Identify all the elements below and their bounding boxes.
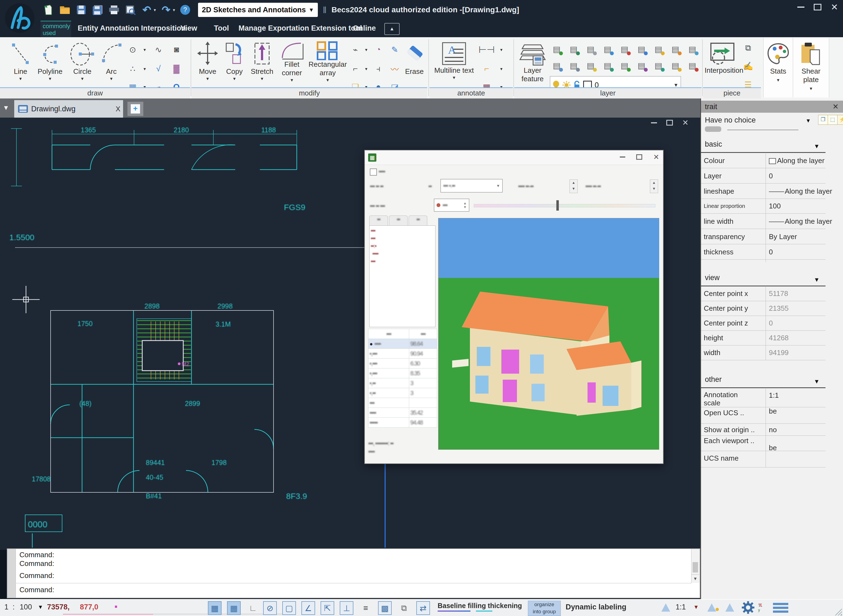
layer-restore-icon[interactable]: ▤: [618, 59, 631, 72]
stretch-tool[interactable]: Stretch▼: [248, 41, 276, 81]
section-basic[interactable]: basic: [705, 140, 722, 148]
scrollbar-thumb[interactable]: [693, 562, 698, 572]
polar-tracking-icon[interactable]: ⊘: [263, 601, 277, 615]
scale-dropdown-icon[interactable]: ▼: [38, 604, 43, 610]
circle-tool[interactable]: Circle▼: [67, 41, 97, 81]
properties-close-icon[interactable]: ✕: [832, 101, 839, 113]
undo-dropdown-icon[interactable]: ▾: [154, 7, 156, 13]
snap-mode-icon[interactable]: ▦: [227, 601, 241, 615]
window-close-button[interactable]: ✕: [831, 4, 838, 10]
menu-tab-manage[interactable]: Manage Exportation Extension tool: [239, 24, 362, 32]
command-prompt[interactable]: Command:: [19, 586, 54, 594]
prop-value-colour[interactable]: Along the layer: [769, 157, 824, 165]
stats-dropdown-icon[interactable]: ▼: [764, 78, 793, 82]
properties-panel-header[interactable]: trait ✕: [701, 101, 843, 113]
layer-group-label[interactable]: layer: [514, 87, 702, 98]
layer-settings-icon[interactable]: ▤: [685, 42, 699, 56]
section-other[interactable]: other: [705, 375, 722, 384]
dialog-tab-2[interactable]: ▪▪: [389, 216, 408, 226]
scale-denominator[interactable]: 100: [20, 603, 32, 612]
open-folder-icon[interactable]: [59, 4, 71, 16]
lineweight-display-icon[interactable]: ≡: [359, 601, 372, 615]
spline-fit-icon[interactable]: √: [152, 62, 165, 75]
list-item[interactable]: ▪▪▪: [369, 257, 435, 264]
layer-lock-icon[interactable]: ▤: [618, 42, 631, 56]
organize-into-group-button[interactable]: organizeinto group: [528, 601, 561, 616]
menu-tab-commonly-used[interactable]: commonly used: [41, 21, 71, 37]
dialog-minimize-button[interactable]: [620, 157, 625, 158]
time-slider-track[interactable]: [474, 204, 655, 207]
layer-swap-icon[interactable]: ▤: [651, 59, 665, 72]
undo-icon[interactable]: ↶: [141, 4, 153, 16]
prop-value-lineshape[interactable]: Along the layer: [769, 187, 832, 196]
print-icon[interactable]: [108, 4, 120, 16]
fillet-corner-tool[interactable]: Fillet corner▼: [277, 41, 307, 82]
dialog-result-table[interactable]: ▪▪▪▪▪▪ ● ▪▪▪▪98.64 ▪,▪▪▪90.94 ▪,▪▪▪6.30 …: [368, 329, 437, 428]
settings-gear-icon[interactable]: [742, 601, 754, 616]
array-dropdown-icon[interactable]: ▼: [309, 78, 347, 82]
list-item[interactable]: ▪▪▪▪: [369, 249, 435, 257]
annotate-group-label[interactable]: annotate: [430, 87, 513, 98]
end-time-spinner[interactable]: ▲▼: [650, 179, 658, 193]
prop-value[interactable]: be: [769, 407, 777, 415]
menu-tab-view[interactable]: View: [180, 24, 197, 32]
shear-plate-tool[interactable]: Shear plate ▼: [793, 38, 829, 97]
prop-value[interactable]: 1:1: [769, 391, 779, 400]
select-objects-icon[interactable]: ⬚: [828, 115, 837, 125]
dialog-title-bar[interactable]: ▦ ✕: [365, 150, 663, 165]
toggle-pickadd-icon[interactable]: ❐: [818, 115, 828, 125]
leader-icon[interactable]: ⌐: [480, 62, 493, 75]
prop-value[interactable]: By Layer: [769, 233, 797, 241]
object-tracking-icon[interactable]: ⊥: [340, 601, 353, 615]
center-circle-dropdown-icon[interactable]: ▼: [143, 48, 147, 52]
command-line-panel[interactable]: Command: Command: Command: ▼ Command:: [7, 549, 700, 598]
modify-group-label[interactable]: modify: [192, 87, 427, 98]
grid-display-icon[interactable]: ▦: [208, 601, 221, 615]
copy-dropdown-icon[interactable]: ▼: [222, 76, 247, 81]
arc-dropdown-icon[interactable]: ▼: [99, 76, 124, 81]
stretch-dropdown-icon[interactable]: ▼: [248, 76, 276, 81]
tab-close-button[interactable]: X: [116, 105, 120, 113]
save-icon[interactable]: [75, 4, 88, 16]
object-snap-icon[interactable]: ▢: [282, 601, 296, 615]
help-icon[interactable]: ?: [179, 4, 192, 16]
rectangle-icon[interactable]: ⌐: [349, 62, 362, 75]
annotation-scale-value[interactable]: 1:1: [676, 603, 686, 612]
layer-delete-icon[interactable]: ▤: [685, 59, 699, 72]
hatch-icon[interactable]: ▓: [170, 62, 183, 75]
arc-tool[interactable]: Arc▼: [99, 41, 124, 81]
spline-edit-icon[interactable]: 〰: [389, 62, 401, 75]
fillet-dropdown-icon[interactable]: ▼: [277, 78, 307, 82]
trim-dropdown-icon[interactable]: ▼: [364, 48, 368, 52]
polyline-dropdown-icon[interactable]: ▼: [35, 76, 65, 81]
rectangular-array-tool[interactable]: Rectangular array▼: [309, 41, 347, 82]
move-dropdown-icon[interactable]: ▼: [195, 76, 220, 81]
annotation-visibility-icon[interactable]: [707, 603, 716, 612]
prop-value[interactable]: 0: [769, 248, 773, 256]
copy-tool[interactable]: Copy▼: [222, 41, 247, 81]
prop-value[interactable]: no: [769, 425, 777, 434]
scrollbar-down-icon[interactable]: ▼: [692, 574, 699, 583]
circle-dropdown-icon[interactable]: ▼: [67, 76, 97, 81]
layer-unlock-icon[interactable]: ▤: [635, 42, 648, 56]
layer-prev-icon[interactable]: ▤: [669, 59, 682, 72]
annotation-scale-dropdown-icon[interactable]: ▼: [693, 604, 699, 610]
layer-isolate-icon[interactable]: ▤: [584, 42, 597, 56]
window-maximize-button[interactable]: [814, 4, 821, 10]
viewport-close-button[interactable]: ✕: [682, 121, 689, 125]
interposition-tool[interactable]: Interposition: [705, 41, 740, 75]
spline-icon[interactable]: ∿: [152, 43, 165, 56]
dialog-tab-1[interactable]: ▪▪: [369, 216, 388, 226]
ortho-mode-icon[interactable]: ∟: [246, 601, 260, 615]
new-file-icon[interactable]: [42, 4, 55, 16]
dynamic-labeling-toggle[interactable]: Dynamic labeling: [566, 603, 626, 612]
layer-merge-icon[interactable]: ▤: [601, 59, 614, 72]
section-view[interactable]: view: [705, 274, 720, 282]
redo-icon[interactable]: ↷: [160, 4, 172, 16]
layer-walk-icon[interactable]: ▤: [550, 59, 563, 72]
layer-vp-icon[interactable]: ▤: [635, 59, 648, 72]
date-dropdown-icon[interactable]: ▼: [496, 183, 500, 188]
draw-group-label[interactable]: draw: [0, 87, 190, 98]
time-slider-handle[interactable]: [556, 200, 559, 211]
dialog-tab-3[interactable]: ▪▪: [409, 216, 427, 226]
